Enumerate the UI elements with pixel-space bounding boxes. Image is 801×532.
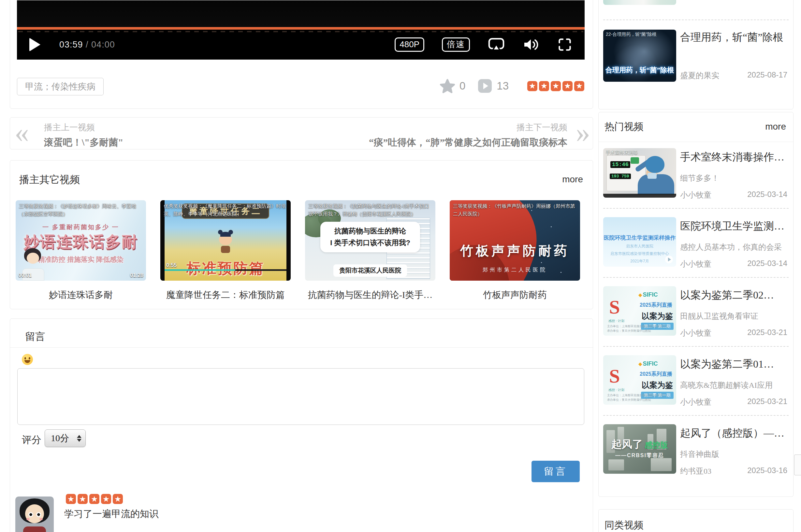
- thumb-series-name: 以案为鉴: [642, 380, 673, 391]
- play-button[interactable]: [29, 38, 40, 52]
- comment-input[interactable]: [17, 368, 584, 425]
- thumb-time-end: 01:28: [130, 272, 143, 278]
- submit-comment-button[interactable]: 留言: [531, 461, 580, 482]
- thumb-box-line2: I 类手术切口该不该用我?: [324, 238, 416, 248]
- comment-rating-stars: ★ ★ ★ ★ ★: [64, 494, 123, 504]
- diamond-icon: ◆: [638, 361, 642, 367]
- sific-s-logo: S: [609, 366, 620, 386]
- video-thumbnail[interactable]: 抗菌药物与医生的辩论 I 类手术切口该不该用我? 贵阳市花溪区人民医院 三等奖获…: [305, 200, 435, 281]
- video-thumbnail[interactable]: 医院环境卫生学监测采样操作 启东市人民医院 启东市医院感染管理质量控制中心 20…: [603, 217, 676, 267]
- play-count-icon: [478, 79, 492, 93]
- rating-label: 评分: [22, 433, 41, 447]
- progress-bar[interactable]: [17, 27, 585, 30]
- thumb-main-text: 竹板声声防耐药: [450, 242, 580, 260]
- video-thumbnail[interactable]: 竹板声声防耐药 郑州市第二人民医院 三等奖获奖视频：《竹板声声防耐药》周丽娜（郑…: [450, 200, 580, 281]
- video-date: 2025-03-16: [747, 466, 787, 475]
- quality-button[interactable]: 480P: [395, 37, 424, 52]
- prev-video-title: 滚蛋吧！\"多耐菌": [44, 136, 123, 149]
- thumb-time-start: 0:55: [166, 262, 177, 268]
- video-title[interactable]: 抗菌药物与医生的辩论-I类手…: [305, 289, 435, 301]
- hot-videos-more-link[interactable]: more: [765, 121, 786, 132]
- rating-star-icon: ★: [101, 494, 111, 504]
- thumb-org-line: 承办单位：复旦大学附属中山医院: [607, 398, 651, 402]
- video-player[interactable]: 03:59 / 04:00 480P 倍速: [17, 0, 585, 60]
- volume-icon[interactable]: [523, 38, 540, 52]
- video-author: 盛夏的果实: [680, 70, 719, 81]
- video-screen[interactable]: [17, 0, 585, 27]
- video-date: 2025-03-21: [747, 328, 787, 337]
- video-desc: 抖音神曲版: [680, 449, 788, 459]
- cast-icon[interactable]: [488, 38, 505, 52]
- sific-mini-text: 感控 · 计划: [608, 319, 624, 323]
- diamond-icon: ◆: [638, 292, 642, 298]
- video-title[interactable]: 以案为鉴第二季02…: [680, 288, 788, 302]
- playback-speed-button[interactable]: 倍速: [442, 37, 470, 52]
- video-section: 03:59 / 04:00 480P 倍速 甲流；传染性疾病 0 13 ★ ★ …: [10, 0, 593, 109]
- video-thumbnail[interactable]: 魔童降世任务二 标准预防篇 优秀奖获奖视频：《魔童降世任务二：标准预防篇》时培英…: [160, 200, 291, 281]
- next-video-title: “痰”吐得体，“肺”常健康之如何正确留取痰标本: [369, 136, 567, 149]
- video-thumbnail-partial[interactable]: [603, 0, 676, 5]
- prev-chevron-icon[interactable]: «: [15, 117, 29, 149]
- dashed-divider: [603, 346, 789, 347]
- rating-select[interactable]: 10分: [44, 430, 86, 447]
- video-tag[interactable]: 甲流；传染性疾病: [17, 78, 104, 95]
- time-total: / 04:00: [86, 40, 115, 50]
- other-videos-section: 播主其它视频 more 一 多重耐药菌知多少 一 妙语连珠话多耐 精准防控 措施…: [10, 160, 593, 309]
- prev-video-link[interactable]: 播主上一视频 滚蛋吧！\"多耐菌": [44, 122, 123, 149]
- sific-s-logo: S: [609, 297, 620, 317]
- next-video-label: 播主下一视频: [369, 122, 567, 133]
- floating-widget[interactable]: [794, 455, 801, 475]
- video-title[interactable]: 起风了（感控版）—…: [680, 426, 788, 440]
- video-meta-row: 0 13 ★ ★ ★ ★ ★: [440, 76, 584, 96]
- thumb-caption: 三等奖获奖视频：《抗菌药物与医生的辩论-I类手术切口该不该用我？》韩健梅（贵阳市…: [308, 202, 433, 218]
- other-videos-more-link[interactable]: more: [562, 174, 583, 185]
- favorite-star-icon[interactable]: [440, 79, 455, 93]
- rating-star-icon[interactable]: ★: [551, 81, 561, 91]
- video-title[interactable]: 妙语连珠话多耐: [16, 289, 146, 301]
- video-thumbnail[interactable]: 一 多重耐药菌知多少 一 妙语连珠话多耐 精准防控 措施落实 降低感染 三等奖获…: [16, 200, 146, 281]
- rating-select-value: 10分: [51, 432, 69, 444]
- commenter-avatar: [15, 496, 54, 532]
- cartoon-nezha-figure: [219, 234, 232, 253]
- video-title[interactable]: 医院环境卫生学监测…: [680, 219, 788, 233]
- thumb-org-line: 主办单位：上海斯菲克微生物应用技术研究中心: [607, 393, 669, 398]
- video-thumbnail[interactable]: 15:46 193 759 手术室终末消毒: [603, 148, 676, 197]
- video-title[interactable]: 以案为鉴第二季01…: [680, 357, 788, 372]
- video-date: 2025-03-21: [747, 397, 787, 406]
- thumb-subtitle: 郑州市第二人民医院: [450, 267, 580, 273]
- next-video-link[interactable]: 播主下一视频 “痰”吐得体，“肺”常健康之如何正确留取痰标本: [369, 122, 567, 149]
- thumb-progress-bar: [165, 269, 287, 271]
- video-title[interactable]: 合理用药，斩“菌”除根: [680, 30, 788, 44]
- video-title[interactable]: 竹板声声防耐药: [450, 289, 580, 301]
- video-thumbnail[interactable]: S 感控 · 计划 ◆SIFIC 2025系列直播 以案为鉴 第二季 第一期 主…: [603, 355, 676, 405]
- time-current: 03:59: [59, 40, 83, 50]
- other-videos-header: 播主其它视频: [19, 173, 80, 187]
- thumb-corner-label: 手术室终末消毒: [606, 150, 638, 156]
- rating-star-icon[interactable]: ★: [539, 81, 549, 91]
- fullscreen-icon[interactable]: [558, 38, 571, 52]
- video-thumbnail[interactable]: S 感控 · 计划 ◆SIFIC 2025系列直播 以案为鉴 第二季 第二期 主…: [603, 286, 676, 336]
- video-thumbnail[interactable]: 起风了感控版 ——CRBSI零容忍: [603, 424, 676, 474]
- dashed-divider: [603, 208, 789, 209]
- dashed-divider: [603, 415, 789, 416]
- emoji-picker-icon[interactable]: [22, 354, 33, 365]
- thumb-box-line1: 抗菌药物与医生的辩论: [324, 226, 416, 236]
- rating-star-icon[interactable]: ★: [527, 81, 538, 91]
- player-chrome-strip: [603, 194, 676, 197]
- thumb-live-label: 2025系列直播: [640, 302, 672, 309]
- video-thumbnail[interactable]: 22-合理用药，斩“菌”除根 合理用药，斩“菌”除根: [603, 30, 676, 82]
- thumb-subline: 启东市医院感染管理质量控制中心: [603, 251, 676, 256]
- hot-videos-header: 热门视频: [604, 120, 643, 133]
- thumb-main-text: 起风了: [611, 438, 643, 450]
- video-desc: 田靓从卫监视角看审证: [680, 311, 788, 321]
- sidebar-recommend-section: 22-合理用药，斩“菌”除根 合理用药，斩“菌”除根 合理用药，斩“菌”除根 盛…: [598, 0, 794, 109]
- video-author: 小小牧童: [680, 190, 711, 200]
- next-chevron-icon[interactable]: »: [576, 117, 590, 149]
- video-desc: 细节多多！: [680, 173, 788, 183]
- video-title[interactable]: 魔童降世任务二：标准预防篇: [160, 289, 291, 301]
- sific-logo: ◆SIFIC: [638, 291, 658, 298]
- rating-star-icon[interactable]: ★: [574, 81, 584, 91]
- thumb-tag-text: 感控版: [644, 440, 668, 449]
- rating-star-icon[interactable]: ★: [562, 81, 572, 91]
- video-title[interactable]: 手术室终末消毒操作…: [680, 150, 788, 165]
